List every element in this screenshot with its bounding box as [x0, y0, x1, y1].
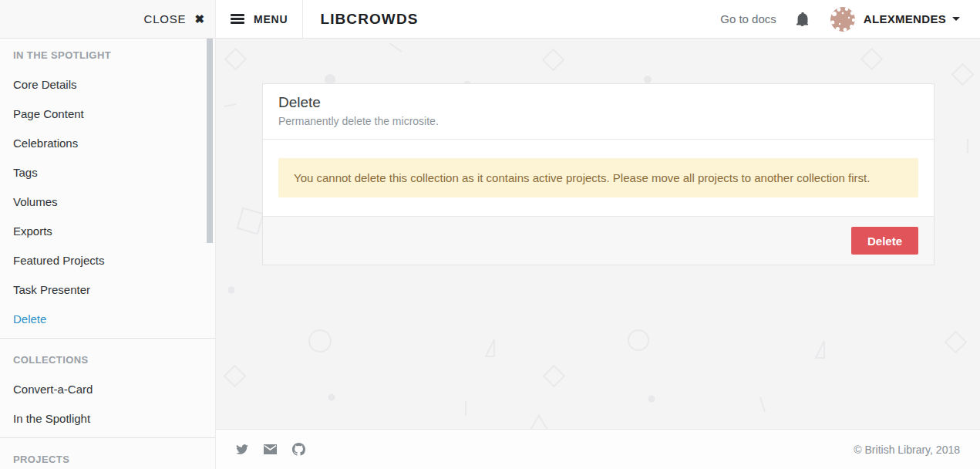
close-icon: ✖ — [194, 12, 204, 26]
sidebar-item-in-the-spotlight[interactable]: In the Spotlight — [13, 412, 90, 425]
twitter-icon — [236, 444, 248, 454]
sidebar-item-volumes[interactable]: Volumes — [13, 195, 58, 208]
chevron-down-icon — [952, 17, 960, 21]
sidebar-item-featured-projects[interactable]: Featured Projects — [13, 254, 104, 267]
delete-card: Delete Permanently delete the microsite.… — [262, 83, 935, 265]
sidebar-item-tags[interactable]: Tags — [13, 166, 38, 179]
top-navigation: CLOSE ✖ MENU LIBCROWDS Go to docs — [0, 0, 980, 39]
close-label: CLOSE — [144, 12, 187, 25]
sidebar-divider — [0, 437, 215, 438]
go-to-docs-link[interactable]: Go to docs — [720, 12, 776, 25]
sidebar-close-button[interactable]: CLOSE ✖ — [0, 0, 216, 38]
sidebar: IN THE SPOTLIGHT Core Details Page Conte… — [0, 39, 216, 469]
section-header-projects: PROJECTS — [13, 454, 69, 465]
brand-logo[interactable]: LIBCROWDS — [303, 0, 418, 38]
sidebar-item-convert-a-card[interactable]: Convert-a-Card — [13, 383, 93, 396]
sidebar-section-spotlight: IN THE SPOTLIGHT Core Details Page Conte… — [0, 39, 215, 333]
sidebar-item-page-content[interactable]: Page Content — [13, 107, 84, 120]
page-footer: © British Library, 2018 — [216, 429, 980, 469]
username-label: ALEXMENDES — [864, 12, 946, 25]
menu-label: MENU — [254, 13, 288, 25]
sidebar-item-delete[interactable]: Delete — [13, 312, 46, 326]
sidebar-scrollbar[interactable] — [207, 39, 213, 243]
sidebar-item-core-details[interactable]: Core Details — [13, 78, 77, 91]
email-icon — [264, 444, 277, 454]
hamburger-icon — [231, 14, 244, 24]
card-subtitle: Permanently delete the microsite. — [278, 115, 918, 127]
twitter-link[interactable] — [236, 444, 248, 454]
sidebar-section-collections: COLLECTIONS Convert-a-Card In the Spotli… — [0, 343, 215, 433]
avatar[interactable] — [830, 7, 855, 32]
card-title: Delete — [278, 94, 918, 111]
nav-right-section: Go to docs ALEX — [720, 0, 980, 38]
sidebar-item-task-presenter[interactable]: Task Presenter — [13, 283, 90, 296]
main-content: Delete Permanently delete the microsite.… — [216, 39, 980, 469]
card-footer: Delete — [263, 216, 934, 265]
warning-alert: You cannot delete this collection as it … — [278, 158, 918, 197]
sidebar-item-celebrations[interactable]: Celebrations — [13, 137, 78, 150]
section-header-collections: COLLECTIONS — [13, 354, 89, 366]
sidebar-divider — [0, 338, 215, 339]
sidebar-section-projects: PROJECTS — [0, 443, 215, 469]
social-links — [236, 443, 305, 456]
github-link[interactable] — [292, 443, 305, 456]
sidebar-item-exports[interactable]: Exports — [13, 224, 52, 238]
card-body: You cannot delete this collection as it … — [263, 140, 934, 216]
copyright-text: © British Library, 2018 — [854, 444, 960, 456]
github-icon — [292, 443, 305, 456]
bell-icon — [796, 12, 809, 26]
email-link[interactable] — [264, 444, 277, 454]
section-header-in-the-spotlight: IN THE SPOTLIGHT — [13, 49, 111, 61]
user-menu[interactable]: ALEXMENDES — [864, 12, 960, 25]
notifications-button[interactable] — [796, 12, 809, 26]
delete-button[interactable]: Delete — [851, 227, 918, 255]
avatar-image — [830, 7, 855, 32]
menu-toggle-button[interactable]: MENU — [216, 0, 303, 38]
card-header: Delete Permanently delete the microsite. — [263, 84, 934, 140]
